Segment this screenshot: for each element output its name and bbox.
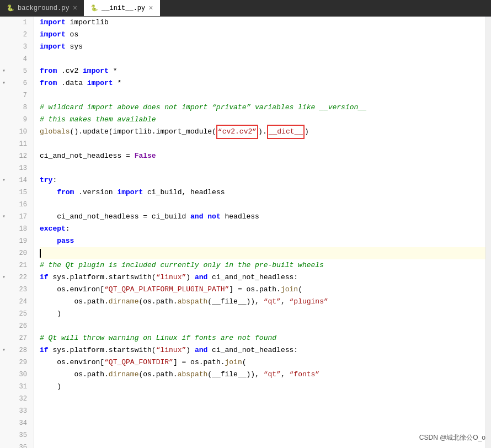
code-token: dirname — [109, 369, 139, 381]
indent — [40, 308, 57, 320]
fold-marker — [0, 17, 8, 29]
code-line: if sys.platform.startswith(“linux”) and … — [40, 271, 485, 284]
code-line — [40, 417, 485, 429]
highlighted-token: “cv2.cv2” — [216, 125, 258, 139]
code-lines[interactable]: import importlibimport osimport sysfrom … — [34, 17, 485, 448]
code-token: ( — [242, 356, 247, 369]
code-token: except — [40, 223, 66, 235]
code-line: try: — [40, 174, 485, 186]
line-number: 2 — [8, 29, 29, 41]
code-token: import — [83, 65, 109, 77]
line-number: 9 — [8, 114, 29, 126]
fold-marker — [0, 29, 8, 41]
code-token: ( — [298, 284, 302, 296]
code-line: os.environ[“QT_QPA_FONTDIR”] = os.path.j… — [40, 356, 485, 369]
fold-marker[interactable]: ▾ — [0, 271, 8, 284]
code-line: if sys.platform.startswith(“linux”) and … — [40, 344, 485, 356]
code-token: ci_and_not_headless = — [40, 150, 135, 162]
line-number: 34 — [8, 417, 29, 429]
code-line: # Qt will throw warning on Linux if font… — [40, 332, 485, 344]
tab-init[interactable]: 🐍 __init__.py × — [84, 0, 160, 16]
fold-marker[interactable]: ▾ — [0, 77, 8, 89]
code-token: os — [66, 29, 78, 41]
fold-marker — [0, 393, 8, 405]
line-number: 26 — [8, 320, 29, 332]
code-token: “QT_QPA_PLATFORM_PLUGIN_PATH” — [104, 284, 229, 296]
line-number: 36 — [8, 441, 29, 448]
tab-close-init[interactable]: × — [148, 4, 153, 12]
code-token: ] = os.path. — [173, 356, 225, 369]
fold-marker — [0, 41, 8, 53]
code-token: False — [135, 150, 156, 162]
fold-marker[interactable]: ▾ — [0, 174, 8, 186]
fold-marker[interactable]: ▾ — [0, 211, 8, 223]
fold-marker — [0, 308, 8, 320]
fold-marker — [0, 356, 8, 369]
line-number: 6 — [8, 77, 29, 89]
code-token: (os.path. — [138, 296, 177, 308]
code-line: from .cv2 import * — [40, 65, 485, 77]
code-token: import — [40, 17, 66, 29]
code-line: os.environ[“QT_QPA_PLATFORM_PLUGIN_PATH”… — [40, 284, 485, 296]
line-number: 22 — [8, 271, 29, 284]
line-number: 4 — [8, 53, 29, 65]
tab-background[interactable]: 🐍 background.py × — [0, 0, 84, 16]
fold-marker — [0, 114, 8, 126]
fold-marker — [0, 162, 8, 174]
code-token: from — [57, 186, 74, 199]
code-line — [40, 138, 485, 150]
code-token: “linux” — [156, 344, 186, 356]
code-line: import sys — [40, 41, 485, 53]
code-line — [40, 89, 485, 102]
code-token: ) — [305, 126, 309, 138]
code-line: ci_and_not_headless = ci_build and not h… — [40, 211, 485, 223]
fold-marker — [0, 235, 8, 247]
fold-marker — [0, 369, 8, 381]
line-number: 13 — [8, 162, 29, 174]
fold-marker[interactable]: ▾ — [0, 65, 8, 77]
code-token: “linux” — [156, 271, 186, 284]
scrollbar[interactable] — [485, 17, 491, 448]
line-number: 29 — [8, 356, 29, 369]
code-token: # this makes them available — [40, 114, 156, 126]
code-token: (__file__)), — [207, 296, 263, 308]
tab-icon-init: 🐍 — [90, 4, 98, 12]
fold-marker — [0, 150, 8, 162]
code-token: .version — [74, 186, 117, 199]
line-number: 10 — [8, 126, 29, 138]
code-token: not — [207, 211, 220, 223]
fold-marker — [0, 405, 8, 417]
code-line: # this makes them available — [40, 114, 485, 126]
fold-marker — [0, 259, 8, 271]
code-line: globals().update(importlib.import_module… — [40, 126, 485, 138]
indent — [40, 186, 57, 199]
code-token: ci_and_not_headless = ci_build — [57, 211, 190, 223]
code-line: # the Qt plugin is included currently on… — [40, 259, 485, 271]
editor-container: 🐍 background.py × 🐍 __init__.py × ▾▾▾▾▾▾… — [0, 0, 491, 448]
code-token: ). — [258, 126, 267, 138]
code-token: “QT_QPA_FONTDIR” — [104, 356, 173, 369]
code-token: dirname — [109, 296, 139, 308]
code-token: .data — [57, 77, 87, 89]
line-number: 23 — [8, 284, 29, 296]
line-number: 24 — [8, 296, 29, 308]
fold-marker — [0, 126, 8, 138]
line-number: 14 — [8, 174, 29, 186]
code-line — [40, 393, 485, 405]
fold-marker[interactable]: ▾ — [0, 344, 8, 356]
code-line — [40, 320, 485, 332]
code-line — [40, 247, 485, 259]
line-number: 3 — [8, 41, 29, 53]
fold-marker — [0, 199, 8, 211]
code-line: # wildcard import above does not import … — [40, 102, 485, 114]
code-token: ) — [186, 344, 195, 356]
tab-close-background[interactable]: × — [73, 4, 77, 12]
code-token: * — [109, 65, 118, 77]
code-line — [40, 429, 485, 441]
code-line — [40, 441, 485, 448]
line-number: 21 — [8, 259, 29, 271]
code-token: sys — [66, 41, 83, 53]
code-token: ci_build, headless — [143, 186, 225, 199]
code-line: ci_and_not_headless = False — [40, 150, 485, 162]
highlighted-token: __dict__ — [267, 125, 305, 139]
